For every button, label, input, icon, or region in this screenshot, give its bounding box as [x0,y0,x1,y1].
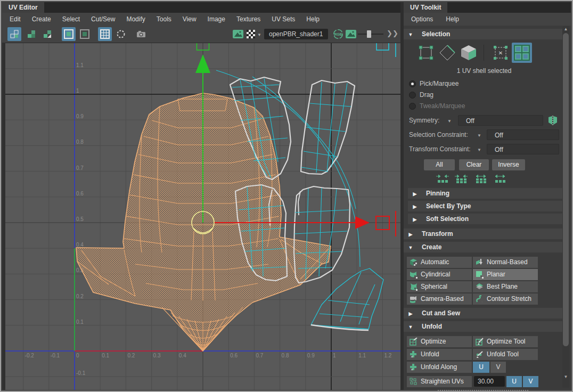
section-unfold[interactable]: ▼Unfold [404,321,564,332]
cylindrical-projection-button[interactable]: Cylindrical [407,269,472,280]
transform-constraint-value[interactable]: Off [487,144,559,154]
shader-name-field[interactable]: openPBR_shader1 [264,29,328,39]
symmetry-icon[interactable] [547,115,558,128]
spherical-projection-button[interactable]: Spherical [407,281,472,292]
tile-shaded-button[interactable] [40,27,54,41]
optimize-tool-button[interactable]: Optimize Tool [473,336,538,347]
checker-map-button[interactable] [244,27,258,41]
display-unfiltered-button[interactable] [78,27,92,41]
radio-drag[interactable] [409,92,416,99]
section-cut-and-sew[interactable]: ▶Cut and Sew [404,308,564,318]
menu-image[interactable]: Image [208,15,225,23]
shader-dropdown-caret[interactable]: ▼ [257,32,261,37]
menu-edit[interactable]: Edit [10,15,21,23]
optimize-button[interactable]: Optimize [407,336,472,347]
section-selection[interactable]: ▼Selection [404,29,564,39]
scrollbar-thumb[interactable] [563,33,569,346]
straighten-angle-field[interactable]: 30.00 [474,376,505,387]
uv-shell-bottom-right[interactable] [294,186,350,283]
best-plane-icon [476,283,484,291]
display-image-button[interactable] [62,27,76,41]
manipulator-y-handle[interactable] [197,43,209,50]
selection-constraint-value[interactable]: Off [487,129,559,140]
rgb-channels-icon[interactable]: RGB [331,27,345,41]
radio-pick-marquee-label[interactable]: Pick/Marquee [420,80,459,87]
camera-based-projection-button[interactable]: Camera-Based [407,293,472,305]
unfold-along-u-button[interactable]: U [473,362,489,373]
uv-snapshot-button[interactable] [134,27,148,41]
cylindrical-icon [410,271,418,279]
menu-help[interactable]: Help [306,15,320,23]
best-plane-projection-button[interactable]: Best Plane [473,281,538,292]
optimize-label: Optimize [421,336,446,347]
straighten-u-button[interactable]: U [506,376,522,387]
uv-editor-tab[interactable]: UV Editor [2,2,44,13]
select-inverse-button[interactable]: Inverse [492,159,525,170]
symmetry-caret-icon[interactable]: ▼ [447,119,452,124]
menu-options[interactable]: Options [411,15,433,23]
grow-selection-button[interactable] [493,174,507,185]
menu-uv-sets[interactable]: UV Sets [272,15,295,23]
exposure-slider-thumb[interactable] [367,30,371,38]
select-vertex-button[interactable] [416,43,436,64]
normal-based-projection-button[interactable]: Normal-Based [473,257,538,268]
manipulator-y-arrow[interactable] [195,54,210,73]
manipulator-x-arrow[interactable] [355,216,370,229]
menu-textures[interactable]: Textures [236,15,260,23]
menu-view[interactable]: View [183,15,197,23]
straighten-v-button[interactable]: V [523,376,538,387]
radio-pick-marquee[interactable] [409,80,416,87]
tile-layout-button[interactable] [24,27,38,41]
select-uv-button[interactable]: ✕ [491,43,510,64]
section-select-by-type[interactable]: ▶Select By Type [408,201,564,211]
scroll-down-icon[interactable]: ▼ [562,374,569,380]
optimize-icon [410,338,418,346]
menu-tk-help[interactable]: Help [446,15,459,23]
menu-tools[interactable]: Tools [157,15,171,23]
scroll-up-icon[interactable]: ▲ [562,26,569,32]
uv-shell-small[interactable] [311,268,383,330]
exposure-image-icon[interactable] [344,27,358,41]
toolbar-expand-icon[interactable]: ❯❯ [387,29,398,37]
section-soft-selection[interactable]: ▶Soft Selection [408,214,564,224]
manipulator-x-handle[interactable] [376,216,389,230]
section-unfold-title: Unfold [418,323,442,330]
straighten-uvs-button[interactable]: Straighten UVs [407,376,472,387]
section-pinning[interactable]: ▶Pinning [408,188,564,199]
contour-stretch-projection-button[interactable]: Contour Stretch [473,293,538,305]
toolkit-scrollbar[interactable]: ▲ ▼ [562,26,569,388]
planar-projection-button[interactable]: Planar [473,269,538,280]
radio-tweak-marquee[interactable] [409,103,416,110]
radio-drag-label[interactable]: Drag [420,91,433,99]
uv-canvas[interactable]: -0.2-0.100.10.20.30.40.60.70.80.911.11.2… [5,43,402,390]
unfold-button[interactable]: ✕ Unfold [407,349,472,360]
image-display-icon[interactable] [231,27,245,41]
section-transform[interactable]: ▶Transform [404,228,564,239]
shrink-selection-button[interactable] [436,174,449,185]
transform-constraint-caret-icon[interactable]: ▼ [477,148,481,152]
grow-shell-button[interactable] [474,174,488,185]
menu-select[interactable]: Select [62,15,80,23]
section-create[interactable]: ▼Create [404,242,564,252]
grid-toggle-button[interactable] [98,27,112,41]
uv-toolkit-tab[interactable]: UV Toolkit [404,2,447,13]
menu-modify[interactable]: Modify [126,15,145,23]
pixel-snap-button[interactable] [114,27,128,41]
symmetry-value[interactable]: Off [458,115,543,126]
unfold-along-v-button[interactable]: V [490,362,506,373]
select-edge-button[interactable] [438,43,457,64]
select-uv-shell-button[interactable] [512,43,532,63]
menu-cut-sew[interactable]: Cut/Sew [91,15,115,23]
shrink-shell-button[interactable] [454,174,468,185]
unfold-tool-button[interactable]: Unfold Tool [473,349,538,360]
panel-resize-handle[interactable] [438,390,528,391]
select-all-button[interactable]: All [424,159,455,170]
select-clear-button[interactable]: Clear [459,159,489,170]
automatic-projection-button[interactable]: Automatic [407,257,472,268]
unfold-along-button[interactable]: ✕ Unfold Along [407,362,472,373]
select-face-button[interactable] [459,43,478,64]
manipulator-xy-handle[interactable] [376,43,389,50]
menu-create[interactable]: Create [32,15,51,23]
tile-view-button[interactable] [7,27,21,41]
selection-constraint-caret-icon[interactable]: ▼ [477,133,481,138]
